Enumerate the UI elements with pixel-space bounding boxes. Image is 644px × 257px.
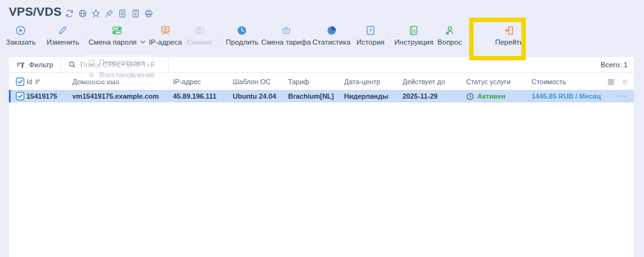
star-icon[interactable] <box>91 9 101 18</box>
print-icon[interactable] <box>144 9 153 18</box>
manual-icon: 1 <box>408 25 419 36</box>
row-actions-menu[interactable]: ··· <box>616 90 628 102</box>
globe-icon[interactable] <box>78 9 87 18</box>
column-header-cost[interactable]: Стоимость <box>531 74 566 90</box>
chevron-down-icon <box>140 40 145 44</box>
refresh-icon[interactable] <box>65 9 74 18</box>
question-card-icon: ? <box>365 25 375 36</box>
order-button[interactable]: Заказать <box>6 25 36 46</box>
pin-icon[interactable] <box>104 9 114 18</box>
instruction-label: Инструкция <box>394 38 433 46</box>
gear-icon <box>87 71 96 79</box>
menu-item-restore[interactable]: Восстановление <box>82 68 152 81</box>
svg-text:1: 1 <box>413 28 416 34</box>
column-header-status[interactable]: Статус услуги <box>466 74 511 90</box>
cell-cost: 1445.85 RUB / Месяц <box>531 90 601 102</box>
filter-label: Фильтр <box>29 61 53 68</box>
column-header-valid-until[interactable]: Действует до <box>402 74 445 90</box>
column-header-datacenter[interactable]: Дата-центр <box>344 74 380 90</box>
support-person-icon <box>445 25 455 36</box>
edit-button[interactable]: Изменить <box>47 25 79 46</box>
search-icon <box>68 60 77 69</box>
sort-icon <box>35 79 41 85</box>
statistics-button[interactable]: Статистика <box>313 25 350 46</box>
change-password-button[interactable]: Смена пароля <box>89 25 146 46</box>
ip-icon: IP <box>160 25 171 36</box>
snapshots-button[interactable]: Снимки <box>187 25 212 46</box>
title-toolbar <box>65 9 153 18</box>
table-row[interactable]: 15419175 vm15419175.example.com 45.89.19… <box>9 90 634 102</box>
basket-icon <box>280 25 291 36</box>
toolbar-divider <box>86 28 86 49</box>
cell-status: Активен <box>466 90 506 102</box>
cell-os: Ubuntu 24.04 <box>233 90 276 102</box>
go-to-label: Перейти <box>495 38 524 46</box>
services-panel: Фильтр Всего: 1 Id Доменное имя IP-адрес… <box>9 57 634 257</box>
snapshots-label: Снимки <box>187 38 212 46</box>
toolbar-divider <box>389 28 389 49</box>
toolbar-divider <box>221 28 222 49</box>
pie-chart-icon <box>326 25 337 36</box>
menu-item-restart-label: Перезагрузка <box>99 58 145 66</box>
select-all-checkbox[interactable] <box>16 77 25 86</box>
pencil-icon <box>58 25 69 36</box>
svg-text:IP: IP <box>164 28 167 31</box>
menu-item-restore-label: Восстановление <box>99 71 155 79</box>
instruction-button[interactable]: 1 Инструкция <box>394 25 433 46</box>
prolong-button[interactable]: Продлить <box>226 25 258 46</box>
table-menu-icon[interactable] <box>607 78 615 86</box>
ip-addresses-button[interactable]: IP IP-адреса <box>149 25 182 46</box>
export-icon[interactable] <box>131 9 140 18</box>
column-header-ip[interactable]: IP-адрес <box>173 74 201 90</box>
history-button[interactable]: ? История <box>357 25 385 46</box>
row-checkbox[interactable] <box>16 92 25 101</box>
go-to-button[interactable]: Перейти <box>495 25 524 46</box>
history-label: История <box>357 38 385 46</box>
table-settings-gear-icon[interactable] <box>621 78 629 86</box>
list-icon[interactable] <box>118 9 127 18</box>
prolong-label: Продлить <box>226 38 258 46</box>
filter-icon <box>16 60 25 70</box>
status-badge: Активен <box>477 92 506 100</box>
column-header-tariff[interactable]: Тариф <box>288 74 309 90</box>
question-label: Вопрос <box>438 38 462 46</box>
cell-domain: vm15419175.example.com <box>72 90 159 102</box>
change-tariff-label: Смена тарифа <box>262 38 311 46</box>
plus-circle-icon <box>15 25 26 36</box>
column-header-id[interactable]: Id <box>26 74 41 90</box>
status-clock-icon <box>466 92 474 101</box>
restart-icon <box>87 58 96 67</box>
question-button[interactable]: Вопрос <box>438 25 462 46</box>
cell-ip: 45.89.196.111 <box>173 90 216 102</box>
change-password-label: Смена пароля <box>89 38 137 46</box>
cell-datacenter: Нидерланды <box>344 90 388 102</box>
ip-addresses-label: IP-адреса <box>149 38 182 46</box>
svg-text:?: ? <box>369 28 372 33</box>
cell-valid-until: 2025-11-29 <box>402 90 438 102</box>
sliders-icon <box>112 25 123 36</box>
clock-icon <box>236 25 247 36</box>
total-count: Всего: 1 <box>601 57 634 72</box>
order-label: Заказать <box>6 38 36 46</box>
cell-id: 15419175 <box>26 90 57 102</box>
vps-panel: VPS/VDS Заказать Изменить Смена пароля I… <box>0 0 644 257</box>
camera-icon <box>194 25 204 36</box>
column-header-os[interactable]: Шаблон ОС <box>233 74 270 90</box>
filter-bar-spacer <box>169 57 601 72</box>
filter-button[interactable]: Фильтр <box>9 57 61 72</box>
ghost-dropdown-menu: Перезагрузка Восстановление <box>82 54 152 83</box>
page-title: VPS/VDS <box>9 5 62 19</box>
change-tariff-button[interactable]: Смена тарифа <box>262 25 311 46</box>
edit-label: Изменить <box>47 38 79 46</box>
menu-item-restart[interactable]: Перезагрузка <box>82 56 152 68</box>
statistics-label: Статистика <box>313 38 350 46</box>
door-exit-icon <box>504 25 514 36</box>
cell-tariff: Brachium[NL] <box>288 90 334 102</box>
